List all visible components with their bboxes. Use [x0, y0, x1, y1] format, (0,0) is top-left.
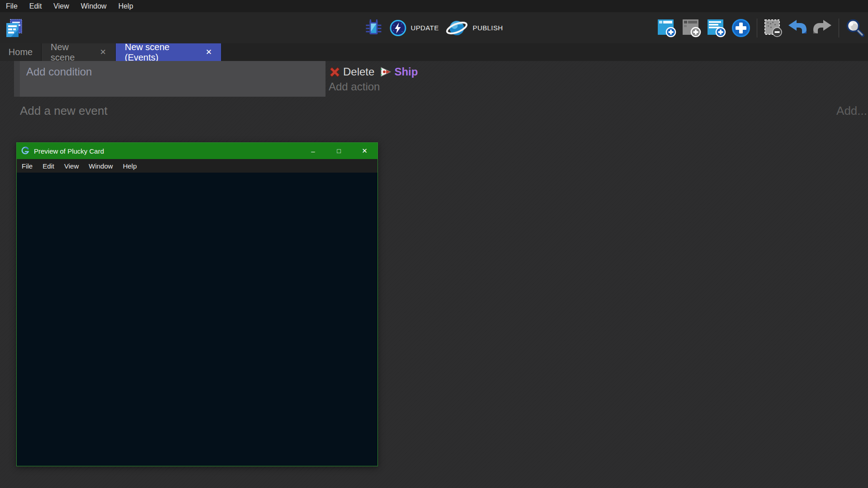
tab-new-scene[interactable]: New scene ✕: [42, 43, 116, 61]
debug-button[interactable]: [365, 19, 382, 37]
close-tab-icon[interactable]: ✕: [206, 47, 212, 57]
undo-button[interactable]: [788, 19, 807, 37]
update-lightning-icon: [389, 19, 406, 37]
add-external-layout-button[interactable]: [682, 19, 702, 38]
app-menubar: File Edit View Window Help: [0, 0, 868, 12]
search-icon: [845, 19, 864, 38]
add-element-button[interactable]: [731, 19, 750, 38]
project-manager-icon: [5, 18, 24, 38]
toolbar-separator: [839, 19, 839, 38]
tab-new-scene-events[interactable]: New scene (Events) ✕: [116, 43, 222, 61]
editor-tabbar: Home New scene ✕ New scene (Events) ✕: [0, 43, 868, 61]
close-tab-icon[interactable]: ✕: [100, 47, 106, 57]
preview-game-canvas[interactable]: [17, 173, 377, 466]
debug-icon: [365, 19, 382, 37]
search-button[interactable]: [845, 19, 864, 38]
close-button[interactable]: ✕: [352, 143, 377, 159]
gdevelop-logo-icon: [21, 146, 30, 155]
publish-button[interactable]: PUBLISH: [445, 18, 503, 38]
publish-label: PUBLISH: [473, 24, 503, 32]
events-sheet: Add condition Delete Ship: [0, 61, 868, 488]
preview-menu-item-view[interactable]: View: [59, 162, 84, 170]
event-drag-handle[interactable]: [14, 61, 20, 97]
publish-planet-icon: [445, 18, 469, 38]
event-actions-column: Delete Ship Add action: [329, 61, 418, 93]
preview-menu-item-help[interactable]: Help: [118, 162, 142, 170]
preview-window-title: Preview of Plucky Card: [34, 147, 300, 155]
preview-menu-item-edit[interactable]: Edit: [38, 162, 59, 170]
preview-window-controls: – □ ✕: [300, 143, 377, 159]
main-toolbar: UPDATE PUBLISH: [0, 12, 868, 43]
add-action-area[interactable]: Add action: [329, 80, 418, 93]
project-manager-button[interactable]: [5, 18, 24, 38]
region-select-icon: [764, 19, 783, 38]
region-select-button[interactable]: [764, 19, 783, 38]
tab-label: New scene: [51, 42, 92, 63]
add-condition-placeholder: Add condition: [26, 66, 92, 78]
tab-home[interactable]: Home: [0, 43, 42, 61]
action-item[interactable]: Delete Ship: [329, 66, 418, 78]
toolbar-separator: [757, 19, 757, 38]
event-row: Add condition Delete Ship: [14, 61, 418, 97]
add-external-events-button[interactable]: [707, 19, 726, 38]
menu-item-edit[interactable]: Edit: [24, 0, 48, 12]
update-label: UPDATE: [410, 24, 439, 32]
tab-label: Home: [9, 47, 33, 57]
add-element-icon: [731, 19, 750, 38]
preview-titlebar[interactable]: Preview of Plucky Card – □ ✕: [17, 143, 377, 159]
add-more-button[interactable]: Add...: [836, 104, 867, 118]
delete-x-icon: [329, 66, 341, 78]
preview-menu-item-window[interactable]: Window: [84, 162, 118, 170]
maximize-button[interactable]: □: [326, 143, 352, 159]
add-condition-area[interactable]: Add condition: [20, 61, 326, 97]
preview-menu-item-file[interactable]: File: [17, 162, 38, 170]
tab-label: New scene (Events): [125, 42, 198, 63]
menu-item-view[interactable]: View: [47, 0, 75, 12]
menu-item-file[interactable]: File: [0, 0, 24, 12]
add-event-area[interactable]: Add a new event: [20, 104, 108, 118]
action-ship-object-label: Ship: [394, 66, 418, 78]
redo-icon: [812, 19, 832, 37]
update-button[interactable]: UPDATE: [389, 19, 439, 37]
add-scene-button[interactable]: [657, 19, 677, 38]
ship-sprite-icon: [380, 66, 392, 77]
menu-item-window[interactable]: Window: [75, 0, 113, 12]
preview-menubar: File Edit View Window Help: [17, 159, 377, 173]
action-delete-label: Delete: [343, 66, 374, 78]
preview-window: Preview of Plucky Card – □ ✕ File Edit V…: [16, 142, 378, 466]
menu-item-help[interactable]: Help: [113, 0, 139, 12]
undo-icon: [788, 19, 807, 37]
add-external-layout-icon: [682, 19, 702, 38]
add-scene-icon: [657, 19, 677, 38]
add-external-events-icon: [707, 19, 726, 38]
minimize-button[interactable]: –: [300, 143, 326, 159]
redo-button[interactable]: [812, 19, 832, 37]
